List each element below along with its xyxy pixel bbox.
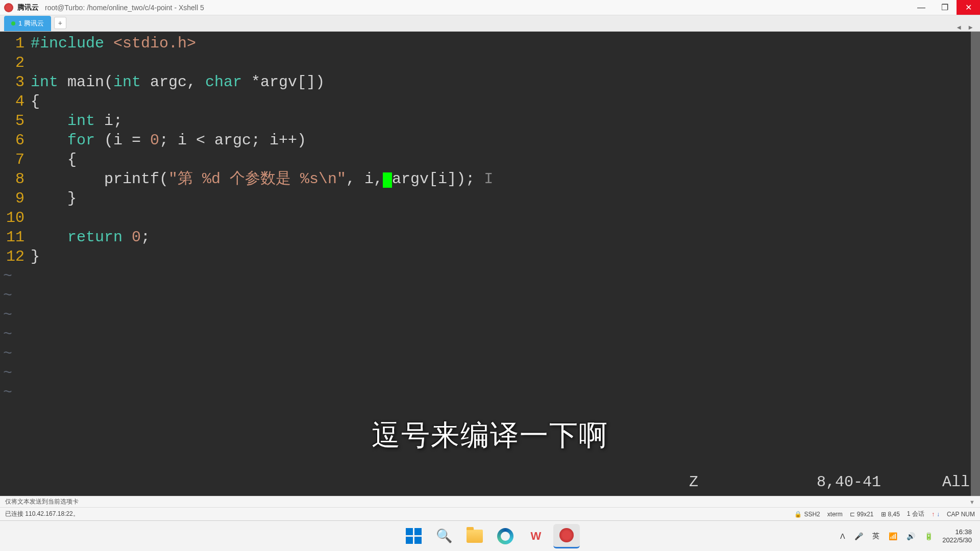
code-line: 5 int i; [0, 111, 980, 131]
code-content: } [31, 247, 40, 266]
code-content: return 0; [31, 228, 150, 247]
wps-button[interactable]: W [523, 524, 549, 548]
xshell-taskbar-button[interactable] [553, 524, 580, 548]
tray-chevron-icon[interactable]: ᐱ [840, 532, 845, 540]
code-content: for (i = 0; i < argc; i++) [31, 131, 306, 150]
vim-empty-line: ~ [0, 383, 980, 402]
status-hint-dropdown-icon[interactable]: ▼ [969, 499, 975, 505]
lock-icon: 🔒 [794, 511, 802, 518]
windows-taskbar: 🔍 W ᐱ 🎤 英 📶 🔊 🔋 16:38 2022/5/30 [0, 520, 980, 551]
clock-time: 16:38 [942, 528, 972, 536]
vim-empty-line: ~ [0, 344, 980, 363]
system-tray: ᐱ 🎤 英 📶 🔊 🔋 16:38 2022/5/30 [840, 528, 972, 544]
line-number: 2 [0, 53, 31, 72]
minimize-button[interactable]: — [910, 0, 933, 15]
vim-status-line: 8,40-41 All [817, 472, 970, 492]
code-line: 9 } [0, 189, 980, 208]
tab-session[interactable]: 1 腾讯云 [4, 16, 51, 31]
code-content: { [31, 150, 77, 169]
battery-icon[interactable]: 🔋 [924, 532, 933, 540]
line-number: 5 [0, 111, 31, 131]
line-number: 10 [0, 208, 31, 228]
edge-icon [497, 528, 513, 544]
code-content: printf("第 %d 个参数是 %s\n", i,argv[i]); I [31, 169, 493, 189]
session-count: 1 会话 [907, 510, 924, 518]
download-icon: ↓ [937, 511, 940, 518]
vim-view-percent: All [942, 472, 970, 492]
code-line: 12} [0, 247, 980, 266]
status-bar-connection: 已连接 110.42.167.18:22。 🔒SSH2 xterm ⊏ 99x2… [0, 507, 980, 520]
code-content: #include <stdio.h> [31, 34, 196, 53]
line-number: 6 [0, 131, 31, 150]
wifi-icon[interactable]: 📶 [889, 532, 897, 540]
line-number: 12 [0, 247, 31, 266]
scrollbar-thumb[interactable] [971, 32, 980, 496]
status-bar-hint: 仅将文本发送到当前选项卡 ▼ [0, 496, 980, 507]
tab-next-icon[interactable]: ► [967, 23, 974, 31]
close-button[interactable]: ✕ [957, 0, 980, 15]
vim-empty-line: ~ [0, 305, 980, 324]
code-line: 10 [0, 208, 980, 228]
search-icon: 🔍 [436, 528, 452, 544]
line-number: 11 [0, 228, 31, 247]
line-number: 7 [0, 150, 31, 169]
line-number: 4 [0, 92, 31, 111]
upload-icon: ↑ [932, 511, 935, 518]
vim-empty-line: ~ [0, 324, 980, 344]
terminal-scrollbar[interactable] [971, 32, 980, 496]
microphone-icon[interactable]: 🎤 [854, 532, 863, 540]
code-content: int main(int argc, char *argv[]) [31, 72, 325, 92]
connection-status-icon [11, 21, 15, 26]
title-path: root@Turbo: /home/online_two/c/4-point -… [45, 4, 204, 12]
code-line: 2 [0, 53, 980, 72]
code-line: 8 printf("第 %d 个参数是 %s\n", i,argv[i]); I [0, 169, 980, 189]
maximize-button[interactable]: ❐ [933, 0, 957, 15]
line-number: 9 [0, 189, 31, 208]
ime-indicator[interactable]: 英 [872, 532, 879, 541]
code-line: 4{ [0, 92, 980, 111]
connection-text: 已连接 110.42.167.18:22。 [5, 510, 79, 518]
tab-label: 1 腾讯云 [18, 19, 44, 28]
clock[interactable]: 16:38 2022/5/30 [942, 528, 972, 544]
tab-bar: 1 腾讯云 + ◄ ► [0, 15, 980, 32]
status-hint-text: 仅将文本发送到当前选项卡 [5, 497, 79, 506]
file-explorer-button[interactable] [461, 524, 488, 548]
clock-date: 2022/5/30 [942, 536, 972, 544]
vim-empty-line: ~ [0, 266, 980, 286]
vim-mode-indicator: Z [689, 472, 698, 492]
windows-logo-icon [406, 528, 422, 544]
cursor-rowcol: ⊞ 8,45 [881, 511, 900, 518]
line-number: 3 [0, 72, 31, 92]
vim-empty-line: ~ [0, 363, 980, 383]
new-tab-button[interactable]: + [54, 17, 66, 29]
wps-icon: W [531, 530, 542, 543]
code-line: 11 return 0; [0, 228, 980, 247]
start-button[interactable] [400, 524, 427, 548]
code-content: int i; [31, 111, 122, 131]
code-line: 3int main(int argc, char *argv[]) [0, 72, 980, 92]
xshell-icon [559, 528, 574, 542]
code-line: 1#include <stdio.h> [0, 34, 980, 53]
edge-browser-button[interactable] [492, 524, 519, 548]
vim-empty-line: ~ [0, 286, 980, 305]
app-icon [4, 3, 13, 12]
terminal-type: xterm [827, 511, 843, 518]
code-content: } [31, 189, 77, 208]
volume-icon[interactable]: 🔊 [906, 532, 915, 540]
tab-prev-icon[interactable]: ◄ [955, 23, 962, 31]
code-line: 6 for (i = 0; i < argc; i++) [0, 131, 980, 150]
code-line: 7 { [0, 150, 980, 169]
vim-cursor-position: 8,40-41 [817, 472, 881, 492]
folder-icon [467, 530, 483, 543]
mouse-ibeam-icon: I [475, 169, 493, 189]
title-host: 腾讯云 [17, 3, 39, 12]
line-number: 1 [0, 34, 31, 53]
ssh-protocol: 🔒SSH2 [794, 511, 820, 518]
caps-num-indicator: CAP NUM [947, 511, 975, 518]
line-number: 8 [0, 169, 31, 189]
terminal-viewport[interactable]: 1#include <stdio.h>23int main(int argc, … [0, 32, 980, 496]
search-button[interactable]: 🔍 [431, 524, 457, 548]
window-controls: — ❐ ✕ [910, 0, 980, 15]
code-content: { [31, 92, 40, 111]
video-subtitle: 逗号来编译一下啊 [372, 425, 608, 445]
